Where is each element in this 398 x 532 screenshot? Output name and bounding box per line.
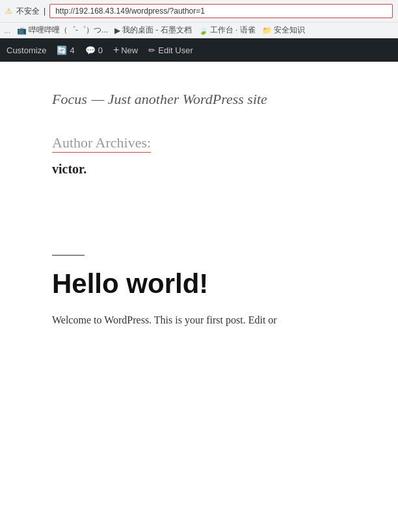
bilibili-label: 哔哩哔哩（゜-゜）つ... xyxy=(29,25,108,36)
bookmark-yuque[interactable]: 🍃 工作台 · 语雀 xyxy=(198,25,256,36)
new-button[interactable]: + New xyxy=(113,44,138,56)
edit-icon: ✏ xyxy=(148,45,155,55)
author-archives-heading: Author Archives: xyxy=(52,134,151,151)
updates-count: 4 xyxy=(70,45,74,55)
leaf-icon: 🍃 xyxy=(198,26,208,35)
insecure-label: 不安全 xyxy=(16,6,40,17)
bookmarks-bar: ... 📺 哔哩哔哩（゜-゜）つ... ▶ 我的桌面 - 石墨文档 🍃 工作台 … xyxy=(0,22,398,38)
divider-line xyxy=(52,255,85,256)
bookmark-security[interactable]: 📁 安全知识 xyxy=(262,25,305,36)
post-excerpt: Welcome to WordPress. This is your first… xyxy=(52,312,346,329)
play-icon: ▶ xyxy=(114,26,120,35)
customize-button[interactable]: Customize xyxy=(7,45,46,55)
author-archives-section: Author Archives: victor. xyxy=(52,134,346,177)
folder-icon: 📁 xyxy=(262,26,272,35)
plus-icon: + xyxy=(113,44,119,56)
bookmark-desktop[interactable]: ▶ 我的桌面 - 石墨文档 xyxy=(114,25,192,36)
browser-chrome: ⚠ 不安全 | http://192.168.43.149/wordpress/… xyxy=(0,0,398,38)
bookmark-bilibili[interactable]: 📺 哔哩哔哩（゜-゜）つ... xyxy=(17,25,108,36)
comments-icon: 💬 xyxy=(85,45,96,55)
wp-admin-bar: Customize 🔄 4 💬 0 + New ✏ Edit User xyxy=(0,38,398,62)
address-bar-row: ⚠ 不安全 | http://192.168.43.149/wordpress/… xyxy=(0,0,398,22)
site-title-text: Focus xyxy=(52,91,87,107)
separator: | xyxy=(44,6,46,16)
warning-icon: ⚠ xyxy=(5,6,12,16)
updates-icon: 🔄 xyxy=(57,45,67,55)
site-title: Focus — Just another WordPress site xyxy=(52,88,346,108)
post-title[interactable]: Hello world! xyxy=(52,269,346,299)
address-url: http://192.168.43.149/wordpress/?author=… xyxy=(55,6,205,16)
site-header: Focus — Just another WordPress site xyxy=(0,62,398,121)
updates-button[interactable]: 🔄 4 xyxy=(57,45,74,55)
edit-user-button[interactable]: ✏ Edit User xyxy=(148,45,192,55)
author-name: victor. xyxy=(52,162,346,177)
bilibili-icon: 📺 xyxy=(17,26,27,35)
site-main: Author Archives: victor. Hello world! We… xyxy=(0,121,398,342)
bookmark-dots[interactable]: ... xyxy=(4,26,10,35)
address-bar[interactable]: http://192.168.43.149/wordpress/?author=… xyxy=(49,4,393,18)
yuque-label: 工作台 · 语雀 xyxy=(210,25,256,36)
desktop-label: 我的桌面 - 石墨文档 xyxy=(122,25,192,36)
security-label: 安全知识 xyxy=(274,25,305,36)
comments-count: 0 xyxy=(98,45,103,55)
site-tagline: — Just another WordPress site xyxy=(92,91,267,107)
author-archives-text: Author Archives: xyxy=(52,134,151,151)
comments-button[interactable]: 💬 0 xyxy=(85,45,103,55)
edit-user-label: Edit User xyxy=(158,45,192,55)
new-label: New xyxy=(121,45,138,55)
customize-label: Customize xyxy=(7,45,46,55)
